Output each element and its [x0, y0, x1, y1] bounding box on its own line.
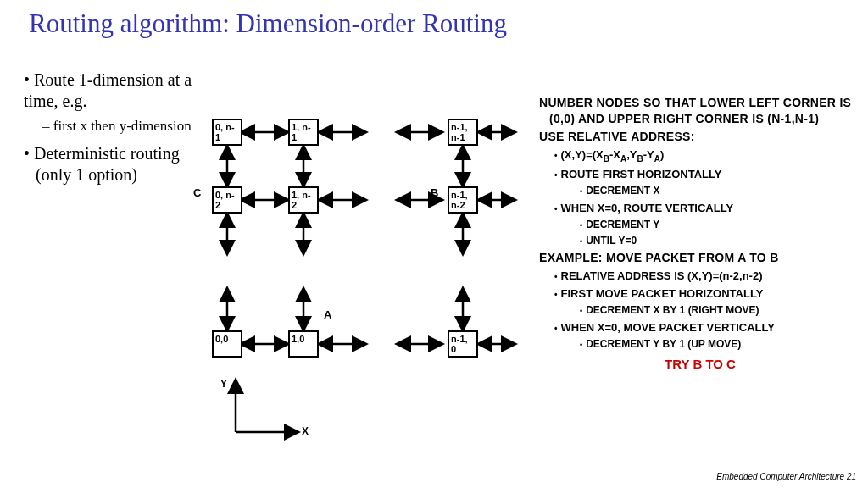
node-0-0: 0,0	[212, 330, 242, 358]
heading-example: EXAMPLE: MOVE PACKET FROM A TO B	[539, 250, 861, 266]
node-1-0: 1,0	[288, 330, 319, 358]
axis-label-X: X	[302, 425, 309, 437]
node-n1-0: n-1, 0	[448, 330, 478, 358]
bullet-example-vert: WHEN X=0, MOVE PACKET VERTICALLY	[554, 320, 861, 336]
node-0-n1: 0, n-1	[212, 119, 242, 146]
label-C: C	[193, 186, 201, 199]
label-A: A	[324, 308, 331, 321]
left-bullets: Route 1-dimension at a time, e.g. first …	[24, 69, 202, 186]
bullet-route-1dim: Route 1-dimension at a time, e.g.	[24, 69, 202, 112]
node-n1-n2: n-1, n-2	[448, 186, 478, 214]
bullet-only-1-option: (only 1 option)	[36, 164, 202, 186]
bullet-decrement-x: DECREMENT X	[580, 184, 861, 197]
bullet-example-addr: RELATIVE ADDRESS IS (X,Y)=(n-2,n-2)	[554, 269, 861, 284]
bullet-example-decy: DECREMENT Y BY 1 (UP MOVE)	[580, 337, 861, 351]
axis-label-Y: Y	[220, 378, 227, 390]
node-1-n2: 1, n-2	[288, 186, 319, 214]
node-0-n2: 0, n-2	[212, 186, 242, 214]
sub-first-x-then-y: first x then y-dimension	[42, 117, 202, 135]
right-text: NUMBER NODES SO THAT LOWER LEFT CORNER I…	[539, 93, 861, 374]
label-B: B	[431, 186, 438, 199]
try-b-to-c: TRY B TO C	[539, 356, 861, 373]
heading-use-relative: USE RELATIVE ADDRESS:	[539, 129, 861, 145]
node-1-n1: 1, n-1	[288, 119, 319, 146]
node-n1-n1: n-1, n-1	[448, 119, 478, 146]
bullet-relative-addr: (X,Y)=(XB-XA,YB-YA)	[554, 147, 861, 164]
bullet-example-horiz: FIRST MOVE PACKET HORIZONTALLY	[554, 286, 861, 302]
bullet-deterministic: Deterministic routing	[24, 143, 202, 164]
bullet-route-vert: WHEN X=0, ROUTE VERTICALLY	[554, 201, 861, 216]
slide-title: Routing algorithm: Dimension-order Routi…	[0, 0, 868, 39]
bullet-route-horiz: ROUTE FIRST HORIZONTALLY	[554, 167, 861, 182]
heading-number-nodes: NUMBER NODES SO THAT LOWER LEFT CORNER I…	[539, 95, 861, 127]
footer-text: Embedded Computer Architecture 21	[716, 472, 856, 481]
bullet-decrement-y: DECREMENT Y	[580, 218, 861, 231]
mesh-diagram: 0, n-1 1, n-1 n-1, n-1 0, n-2 1, n-2 n-1…	[195, 102, 534, 441]
bullet-until-y0: UNTIL Y=0	[580, 234, 861, 247]
bullet-example-decx: DECREMENT X BY 1 (RIGHT MOVE)	[580, 303, 861, 317]
